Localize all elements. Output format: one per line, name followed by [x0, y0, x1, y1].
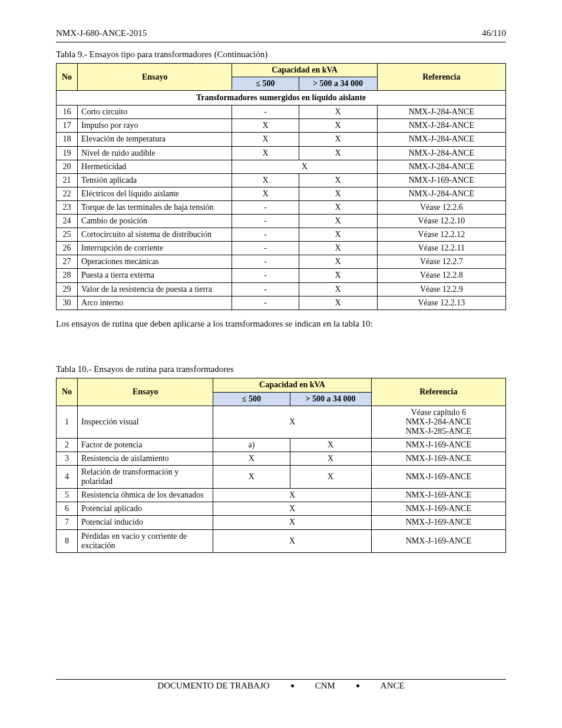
th-ensayo: Ensayo — [78, 378, 213, 406]
table-row: 8Pérdidas en vacío y corriente de excita… — [57, 529, 506, 552]
bullet-icon — [356, 684, 359, 687]
table9-caption: Tabla 9.- Ensayos tipo para transformado… — [56, 50, 506, 60]
table-row: 20HermeticidadXNMX-J-284-ANCE — [57, 160, 506, 173]
table-row: 30Arco interno-XVéase 12.2.13 — [57, 296, 506, 309]
doc-id: NMX-J-680-ANCE-2015 — [56, 28, 147, 38]
table-row: 26Interrupción de corriente-XVéase 12.2.… — [57, 242, 506, 255]
th-cap-right: > 500 a 34 000 — [299, 77, 377, 91]
table-row: 2Factor de potenciaa)XNMX-J-169-ANCE — [57, 438, 506, 452]
table-row: 24Cambio de posición-XVéase 12.2.10 — [57, 215, 506, 228]
th-cap-left: ≤ 500 — [213, 392, 290, 406]
th-cap-left: ≤ 500 — [232, 77, 299, 91]
table-row: 28Puesta a tierra externa-XVéase 12.2.8 — [57, 269, 506, 282]
th-cap-group: Capacidad en kVA — [232, 64, 377, 77]
table9: No Ensayo Capacidad en kVA Referencia ≤ … — [56, 63, 506, 310]
page-number: 46/110 — [482, 28, 506, 38]
th-no: No — [57, 378, 78, 406]
ref-multi: Véase capítulo 6 NMX-J-284-ANCE NMX-J-28… — [371, 406, 505, 438]
table10-preface: Los ensayos de rutina que deben aplicars… — [56, 318, 506, 330]
table-row: 1 Inspección visual X Véase capítulo 6 N… — [57, 406, 506, 438]
footer-right: ANCE — [381, 681, 405, 691]
table-row: 22Eléctricos del líquido aislanteXXNMX-J… — [57, 187, 506, 200]
table-row: 6Potencial aplicadoXNMX-J-169-ANCE — [57, 502, 506, 516]
table-row: 21Tensión aplicadaXXNMX-J-169-ANCE — [57, 173, 506, 187]
table-row: 16Corto circuito-XNMX-J-284-ANCE — [57, 106, 506, 119]
table-row: 27Operaciones mecánicas-XVéase 12.2.7 — [57, 255, 506, 269]
table-row: 25Cortocircuito al sistema de distribuci… — [57, 228, 506, 242]
th-ensayo: Ensayo — [78, 64, 232, 91]
table-row: 3Resistencia de aislamientoXXNMX-J-169-A… — [57, 452, 506, 466]
th-no: No — [57, 64, 78, 91]
table-row: 23Torque de las terminales de baja tensi… — [57, 200, 506, 214]
table-row: 5Resistencia óhmica de los devanadosXNMX… — [57, 489, 506, 502]
table-row: 7Potencial inducidoXNMX-J-169-ANCE — [57, 516, 506, 529]
th-cap-right: > 500 a 34 000 — [290, 392, 371, 406]
footer-left: DOCUMENTO DE TRABAJO — [157, 681, 269, 691]
table-row: 18Elevación de temperaturaXXNMX-J-284-AN… — [57, 133, 506, 146]
running-header: NMX-J-680-ANCE-2015 46/110 — [56, 0, 506, 42]
footer-center: CNM — [315, 681, 335, 691]
table-row: 19Nivel de ruido audibleXXNMX-J-284-ANCE — [57, 146, 506, 160]
table-row: 29Valor de la resistencia de puesta a ti… — [57, 282, 506, 296]
table-row: 4Relación de transformación y polaridadX… — [57, 466, 506, 489]
th-ref: Referencia — [377, 64, 505, 91]
table-row: 17Impulso por rayoXXNMX-J-284-ANCE — [57, 119, 506, 133]
th-ref: Referencia — [371, 378, 505, 406]
page-footer: DOCUMENTO DE TRABAJO CNM ANCE — [56, 679, 506, 691]
table9-section: Transformadores sumergidos en líquido ai… — [57, 91, 506, 106]
table10: No Ensayo Capacidad en kVA Referencia ≤ … — [56, 378, 506, 552]
bullet-icon — [291, 684, 294, 687]
table10-caption: Tabla 10.- Ensayos de rutina para transf… — [56, 364, 506, 374]
th-cap-group: Capacidad en kVA — [213, 378, 371, 392]
